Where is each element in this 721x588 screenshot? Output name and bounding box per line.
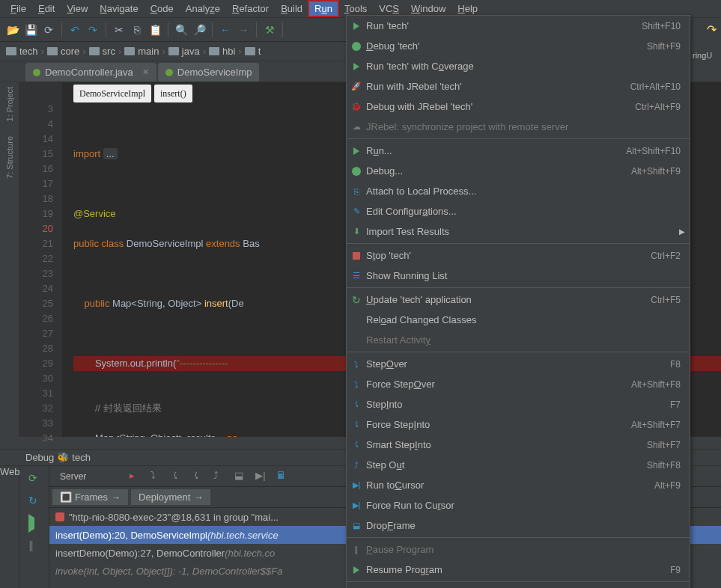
- dbg-fstepinto-icon[interactable]: ⤹: [192, 470, 206, 483]
- dbg-dropframe-icon[interactable]: ⬓: [234, 470, 248, 483]
- mi-stepover[interactable]: ⤵Step OverF8: [347, 354, 690, 374]
- bc-tech[interactable]: tech›: [6, 46, 44, 57]
- mi-stepout[interactable]: ⤴Step OutShift+F8: [347, 455, 690, 475]
- menu-view[interactable]: View: [61, 1, 94, 16]
- mi-jrebel-sync: ☁JRebel: synchronize project with remote…: [347, 117, 690, 137]
- tab-democontroller[interactable]: DemoController.java✕: [25, 63, 156, 82]
- breadcrumb-method[interactable]: insert(): [154, 85, 192, 102]
- dbg-stepinto-icon[interactable]: ⤹: [171, 470, 185, 483]
- redo-top-icon[interactable]: ↷: [707, 22, 717, 37]
- toolwindow-web[interactable]: Web: [0, 466, 19, 477]
- mi-fruncursor[interactable]: ▶|Force Run to Cursor: [347, 495, 690, 515]
- build-icon[interactable]: ⚒: [263, 23, 276, 37]
- cut-icon[interactable]: ✂: [112, 23, 126, 37]
- copy-icon[interactable]: ⎘: [130, 23, 144, 37]
- menu-edit[interactable]: Edit: [32, 1, 61, 16]
- stop-icon[interactable]: [28, 562, 40, 574]
- find-icon[interactable]: 🔍: [174, 23, 188, 37]
- dbg-eval-icon[interactable]: 🖩: [276, 470, 290, 483]
- menu-code[interactable]: Code: [144, 1, 180, 16]
- mi-restart: Restart Activity: [347, 330, 690, 350]
- mi-run-tech[interactable]: Run 'tech'Shift+F10: [347, 16, 690, 36]
- mi-showrun[interactable]: ☰Show Running List: [347, 266, 690, 286]
- bc-main[interactable]: main›: [124, 46, 165, 57]
- mi-dropframe[interactable]: ⬓Drop Frame: [347, 515, 690, 536]
- mi-fstepinto[interactable]: ⤹Force Step IntoAlt+Shift+F7: [347, 414, 690, 435]
- mi-smartstep[interactable]: ⤹Smart Step IntoShift+F7: [347, 435, 690, 455]
- redo-icon[interactable]: ↷: [86, 23, 100, 37]
- frames-tab[interactable]: 🔳 Frames→: [52, 489, 128, 505]
- update-icon[interactable]: ↻: [28, 494, 40, 506]
- forward-icon[interactable]: →: [237, 23, 250, 37]
- mi-jrebel-run[interactable]: 🚀Run with JRebel 'tech'Ctrl+Alt+F10: [347, 76, 690, 97]
- menu-analyze[interactable]: Analyze: [180, 1, 226, 16]
- mi-editconf[interactable]: ✎Edit Configurations...: [347, 201, 690, 221]
- mi-attach[interactable]: ⎘Attach to Local Process...: [347, 181, 690, 201]
- mi-jrebel-debug[interactable]: 🐞Debug with JRebel 'tech'Ctrl+Alt+F9: [347, 97, 690, 117]
- debug-left-gutter: Web: [0, 466, 19, 588]
- menu-vcs[interactable]: VCS: [373, 1, 405, 16]
- mi-reload[interactable]: Reload Changed Classes: [347, 310, 690, 330]
- mi-update[interactable]: Update 'tech' applicationCtrl+F5: [347, 290, 690, 310]
- bc-core[interactable]: core›: [47, 46, 86, 57]
- dbg-ico1[interactable]: ▸: [130, 470, 143, 483]
- bc-src[interactable]: src›: [89, 46, 122, 57]
- mi-stepinto[interactable]: ⤹Step IntoF7: [347, 394, 690, 414]
- breadcrumb-class[interactable]: DemoServiceImpl: [73, 85, 151, 102]
- mi-debug[interactable]: Debug...Alt+Shift+F9: [347, 161, 690, 181]
- editor-gutter: 3 4 14 15 16 17 18 19 20 21 22 23 24 25 …: [19, 82, 63, 437]
- debug-tab-server[interactable]: Server: [54, 468, 92, 485]
- mi-importtr[interactable]: ⬇Import Test Results▶: [347, 221, 690, 242]
- thread-icon: [55, 512, 64, 521]
- mi-run[interactable]: Run...Alt+Shift+F10: [347, 141, 690, 161]
- dbg-stepover-icon[interactable]: ⤵: [150, 470, 164, 483]
- mi-evaluate[interactable]: 🖩Evaluate Expression...Alt+F8: [347, 584, 690, 588]
- back-icon[interactable]: ←: [219, 23, 232, 37]
- mi-stop[interactable]: Stop 'tech'Ctrl+F2: [347, 245, 690, 266]
- deployment-tab[interactable]: Deployment →: [131, 489, 210, 505]
- mi-fstepover[interactable]: ⤵Force Step OverAlt+Shift+F8: [347, 374, 690, 394]
- menu-refactor[interactable]: Refactor: [226, 1, 275, 16]
- menu-window[interactable]: Window: [405, 1, 451, 16]
- mi-runcursor[interactable]: ▶|Run to CursorAlt+F9: [347, 475, 690, 495]
- bc-hbi[interactable]: hbi›: [209, 46, 242, 57]
- paste-icon[interactable]: 📋: [148, 23, 162, 37]
- menu-navigate[interactable]: Navigate: [94, 1, 144, 16]
- tab-demoserviceimpl[interactable]: DemoServiceImp: [158, 63, 260, 82]
- dbg-stepout-icon[interactable]: ⤴: [213, 470, 227, 483]
- right-tab-partial[interactable]: ringU: [691, 39, 721, 72]
- rerun-icon[interactable]: ⟳: [28, 472, 40, 484]
- menu-tools[interactable]: Tools: [338, 1, 373, 16]
- pause-icon[interactable]: ‖: [28, 539, 40, 551]
- mi-coverage[interactable]: Run 'tech' with Coverage: [347, 56, 690, 76]
- save-icon[interactable]: 💾: [24, 23, 37, 37]
- close-icon[interactable]: ✕: [142, 67, 149, 77]
- mi-resume[interactable]: Resume ProgramF9: [347, 560, 690, 580]
- menu-help[interactable]: Help: [451, 1, 484, 16]
- left-toolwindow-bar: 1: Project 7: Structure: [0, 82, 19, 437]
- menu-build[interactable]: Build: [275, 1, 308, 16]
- resume-icon[interactable]: [28, 517, 40, 529]
- bee-icon: 🐝: [57, 452, 69, 463]
- bc-java[interactable]: java›: [168, 46, 206, 57]
- undo-icon[interactable]: ↶: [68, 23, 82, 37]
- menu-run[interactable]: Run: [308, 1, 338, 16]
- mi-pause: ‖Pause Program: [347, 539, 690, 560]
- open-icon[interactable]: 📂: [6, 23, 19, 37]
- bc-t[interactable]: t: [245, 46, 261, 57]
- toolwindow-structure[interactable]: 7: Structure: [5, 136, 14, 179]
- replace-icon[interactable]: 🔎: [192, 23, 206, 37]
- dbg-runcursor-icon[interactable]: ▶|: [255, 470, 269, 483]
- menu-file[interactable]: File: [4, 1, 32, 16]
- debug-toolbar: ⟳ ↻ ‖: [19, 466, 49, 588]
- sync-icon[interactable]: ⟳: [42, 23, 55, 37]
- toolwindow-project[interactable]: 1: Project: [5, 87, 14, 121]
- mi-debug-tech[interactable]: Debug 'tech'Shift+F9: [347, 36, 690, 56]
- run-menu-dropdown: Run 'tech'Shift+F10 Debug 'tech'Shift+F9…: [346, 15, 690, 588]
